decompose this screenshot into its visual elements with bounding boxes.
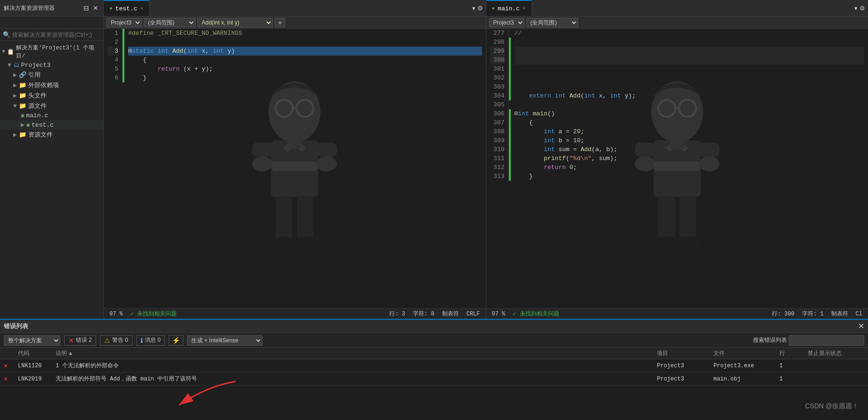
headers-icon: 📁	[19, 92, 26, 99]
left-editor-pane: 1 2 3 4 5 6	[104, 29, 486, 319]
left-eol: CRLF	[467, 311, 480, 317]
right-zoom: 97 %	[492, 311, 506, 317]
ref-label: 引用	[28, 71, 41, 79]
error-2-desc: 无法解析的外部符号 Add，函数 main 中引用了该符号	[56, 375, 657, 383]
sidebar-search-input[interactable]	[12, 32, 100, 38]
svg-rect-4	[271, 140, 318, 197]
project-expand-icon: ▼	[8, 62, 11, 69]
left-tab-actions: ▾ ⚙	[469, 0, 486, 16]
left-tab-active[interactable]: ● test.c ×	[104, 0, 149, 16]
left-code-lines: #define _CRT_SECURE_NO_WARNINGS ⊟static …	[124, 29, 486, 82]
col-header-line[interactable]: 行	[779, 349, 808, 357]
ext-expand-icon: ▶	[13, 81, 17, 89]
sidebar-item-mainc[interactable]: ◼ main.c	[0, 111, 103, 120]
info-label: 消息 0	[145, 336, 161, 344]
warning-filter-btn[interactable]: ⚠ 警告 0	[100, 335, 132, 346]
warning-label: 警告 0	[112, 336, 128, 344]
build-scope-select[interactable]: 生成 + IntelliSense	[187, 335, 262, 346]
sidebar-item-ref[interactable]: ▶ 🔗 引用	[0, 70, 103, 80]
warning-icon: ⚠	[104, 337, 110, 344]
sidebar-item-solution[interactable]: ▼ 📋 解决方案'Project3'(1 个项目/	[0, 43, 103, 61]
search-icon: 🔍	[3, 31, 10, 39]
left-tab-settings[interactable]: ⚙	[477, 5, 483, 12]
rline-306: ⊟int main()	[515, 109, 865, 118]
right-line-numbers: 277 298 299 300 301 302 303 304 305 306 …	[486, 29, 509, 181]
error-2-icon: ✕	[4, 375, 8, 383]
error-filter-btn[interactable]: ✕ 错误 2	[64, 335, 96, 346]
sidebar-item-project[interactable]: ▼ 🗂 Project3	[0, 61, 103, 70]
error-row-2[interactable]: ✕ LNK2019 无法解析的外部符号 Add，函数 main 中引用了该符号 …	[0, 372, 868, 386]
left-function-bar: Project3 (全局范围) Add(int x, int y) +	[104, 16, 486, 28]
svg-rect-11	[272, 162, 317, 171]
rline-301	[515, 65, 865, 73]
error-1-line: 1	[779, 363, 808, 369]
left-tab-dropdown[interactable]: ▾	[472, 5, 475, 12]
svg-point-15	[292, 236, 319, 250]
right-tab-label: main.c	[498, 5, 520, 12]
sidebar-pin-btn[interactable]: ⊟	[82, 4, 90, 12]
col-header-code[interactable]: 代码	[18, 349, 56, 357]
rline-299	[515, 47, 865, 56]
sidebar-item-resources[interactable]: ▶ 📁 资源文件	[0, 129, 103, 140]
left-tab-close[interactable]: ×	[140, 6, 143, 11]
function-bar-row: Project3 (全局范围) Add(int x, int y) + Proj…	[0, 16, 868, 29]
left-code-content: 1 2 3 4 5 6	[104, 29, 486, 82]
error-row-1[interactable]: ✕ LNK1120 1 个无法解析的外部命令 Project3 Project3…	[0, 359, 868, 372]
watermark: CSDN @徐愿愿！	[805, 402, 859, 411]
testc-icon: ◼	[26, 121, 30, 129]
right-tab-close[interactable]: ×	[523, 6, 526, 11]
sidebar-item-headers[interactable]: ▶ 📁 头文件	[0, 90, 103, 101]
svg-marker-5	[283, 144, 292, 152]
left-add-btn[interactable]: +	[275, 18, 285, 27]
code-line-4: {	[128, 56, 482, 65]
rline-277: //	[515, 29, 865, 38]
sidebar-item-ext-deps[interactable]: ▶ 📁 外部依赖项	[0, 80, 103, 90]
col-header-suppress[interactable]: 禁止显示状态	[808, 349, 864, 357]
left-function-selector[interactable]: Add(int x, int y)	[197, 18, 273, 27]
sidebar-item-testc[interactable]: ▶ ◼ test.c	[0, 120, 103, 129]
code-line-3: ⊟static int Add(int x, int y)	[128, 47, 482, 56]
right-tab-dropdown[interactable]: ▾	[854, 5, 858, 12]
error-1-code: LNK1120	[18, 363, 56, 369]
left-tab: 制表符	[442, 310, 459, 318]
svg-point-31	[653, 236, 680, 250]
rline-305	[515, 100, 865, 109]
svg-point-10	[316, 156, 337, 171]
sidebar-item-src[interactable]: ▼ 📁 源文件	[0, 101, 103, 111]
col-header-file[interactable]: 文件	[713, 349, 779, 357]
svg-rect-8	[316, 143, 337, 157]
svg-point-1	[276, 100, 293, 117]
left-project-selector[interactable]: Project3	[106, 18, 142, 27]
right-editor-pane: 277 298 299 300 301 302 303 304 305 306 …	[486, 29, 868, 319]
right-project-selector[interactable]: Project3	[489, 18, 524, 27]
solution-icon: 📋	[7, 48, 14, 56]
right-tab-active[interactable]: ● main.c ×	[486, 0, 532, 16]
info-filter-btn[interactable]: ℹ 消息 0	[136, 335, 165, 346]
left-tab-label: test.c	[115, 5, 138, 12]
left-code-editor[interactable]: 1 2 3 4 5 6	[104, 29, 486, 308]
svg-rect-7	[252, 143, 273, 157]
filter-scope-select[interactable]: 整个解决方案	[4, 335, 60, 346]
right-tab-bar: ● main.c × ▾ ⚙	[486, 0, 868, 16]
left-scope-selector[interactable]: (全局范围)	[144, 18, 196, 27]
col-header-desc[interactable]: 说明▲	[56, 349, 657, 357]
bottom-toolbar: 整个解决方案 ✕ 错误 2 ⚠ 警告 0 ℹ 消息 0 ⚡ 生成 + Intel…	[0, 333, 868, 348]
right-tab-icon: ●	[492, 6, 495, 11]
editors-row: 1 2 3 4 5 6	[104, 29, 868, 319]
bottom-panel-close-btn[interactable]: ✕	[858, 322, 864, 331]
ref-icon: 🔗	[19, 71, 26, 79]
right-function-bar: Project3 (全局范围)	[486, 16, 868, 28]
search-errors-input[interactable]	[789, 335, 864, 346]
testc-expand-icon: ▶	[21, 121, 25, 129]
right-code-editor[interactable]: 277 298 299 300 301 302 303 304 305 306 …	[486, 29, 868, 308]
right-tab-settings[interactable]: ⚙	[860, 5, 865, 12]
sidebar-close-btn[interactable]: ✕	[92, 4, 99, 12]
src-icon: 📁	[19, 102, 26, 110]
resources-icon: 📁	[19, 131, 26, 138]
col-header-project[interactable]: 项目	[657, 349, 713, 357]
headers-label: 头文件	[28, 91, 47, 100]
project-label: Project3	[21, 62, 50, 69]
right-tab: 制表符	[831, 310, 848, 318]
filter-options-btn[interactable]: ⚡	[169, 335, 183, 346]
right-scope-selector[interactable]: (全局范围)	[526, 18, 578, 27]
